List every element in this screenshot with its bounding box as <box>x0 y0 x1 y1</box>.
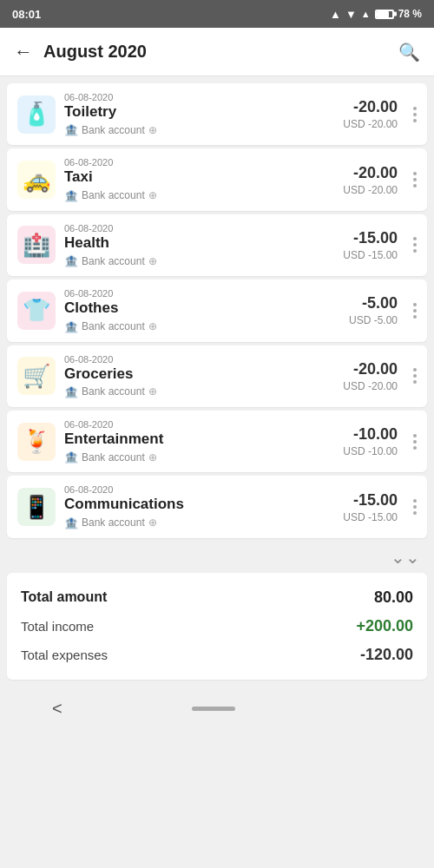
tx-right: -15.00 USD -15.00 <box>343 229 398 261</box>
tx-date: 06-08-2020 <box>64 484 334 495</box>
transaction-card[interactable]: 🏥 06-08-2020 Health 🏦 Bank account ⊕ -15… <box>7 214 427 276</box>
tx-menu-button[interactable] <box>410 365 420 387</box>
tx-info: 06-08-2020 Entertainment 🏦 Bank account … <box>64 419 334 464</box>
transfer-icon: ⊕ <box>148 451 157 464</box>
tx-usd: USD -20.00 <box>343 118 398 130</box>
tx-date: 06-08-2020 <box>64 419 334 430</box>
battery-icon <box>375 10 394 19</box>
signal-icon: ▼ <box>345 8 357 21</box>
tx-usd: USD -20.00 <box>343 380 398 392</box>
transaction-list: 🧴 06-08-2020 Toiletry 🏦 Bank account ⊕ -… <box>0 76 434 545</box>
menu-dot <box>413 119 417 122</box>
income-row: Total income +200.00 <box>21 612 413 641</box>
tx-right: -5.00 USD -5.00 <box>349 294 398 326</box>
menu-dot <box>413 446 417 450</box>
search-button[interactable]: 🔍 <box>398 42 420 62</box>
tx-amount: -15.00 <box>353 229 398 247</box>
back-button[interactable]: ← <box>14 41 33 63</box>
tx-usd: USD -5.00 <box>349 314 398 326</box>
tx-menu-button[interactable] <box>410 103 420 126</box>
tx-date: 06-08-2020 <box>64 92 334 102</box>
transaction-card[interactable]: 🍹 06-08-2020 Entertainment 🏦 Bank accoun… <box>7 411 427 472</box>
menu-dot <box>413 440 417 444</box>
tx-right: -20.00 USD -20.00 <box>343 98 398 130</box>
summary-section: Total amount 80.00 Total income +200.00 … <box>7 573 427 680</box>
transfer-icon: ⊕ <box>148 516 157 529</box>
tx-name: Toiletry <box>64 103 334 121</box>
tx-info: 06-08-2020 Toiletry 🏦 Bank account ⊕ <box>64 92 334 136</box>
bank-icon: 🏦 <box>64 385 78 398</box>
tx-usd: USD -15.00 <box>343 249 398 261</box>
tx-account: 🏦 Bank account ⊕ <box>64 516 334 529</box>
account-label: Bank account <box>82 451 145 464</box>
expand-area: ⌄⌄ <box>0 545 434 573</box>
nav-back-button[interactable]: < <box>52 699 62 719</box>
total-label: Total amount <box>21 589 107 605</box>
battery-label: 78 % <box>398 8 422 20</box>
menu-dot <box>413 107 417 110</box>
tx-menu-button[interactable] <box>410 168 420 191</box>
tx-right: -20.00 USD -20.00 <box>343 360 398 392</box>
tx-info: 06-08-2020 Clothes 🏦 Bank account ⊕ <box>64 288 340 332</box>
tx-icon: 🚕 <box>17 161 56 199</box>
tx-info: 06-08-2020 Taxi 🏦 Bank account ⊕ <box>64 157 334 201</box>
tx-icon: 📱 <box>17 488 56 526</box>
expense-row: Total expenses -120.00 <box>21 641 413 669</box>
bottom-nav: < <box>0 687 434 731</box>
tx-menu-button[interactable] <box>410 299 420 322</box>
menu-dot <box>413 249 417 253</box>
tx-name: Groceries <box>64 365 334 383</box>
chevron-down-icon[interactable]: ⌄⌄ <box>391 547 420 568</box>
transfer-icon: ⊕ <box>148 255 157 267</box>
transaction-card[interactable]: 👕 06-08-2020 Clothes 🏦 Bank account ⊕ -5… <box>7 279 427 341</box>
status-icons: ▲ ▼ ▲ 78 % <box>330 8 422 21</box>
tx-menu-button[interactable] <box>410 233 420 256</box>
tx-icon: 🏥 <box>17 226 56 264</box>
account-label: Bank account <box>82 189 145 201</box>
tx-amount: -20.00 <box>353 164 398 182</box>
tx-right: -20.00 USD -20.00 <box>343 164 398 196</box>
menu-dot <box>413 505 417 509</box>
transaction-card[interactable]: 📱 06-08-2020 Communications 🏦 Bank accou… <box>7 476 427 537</box>
tx-right: -15.00 USD -15.00 <box>343 491 398 523</box>
menu-dot <box>413 178 417 181</box>
tx-amount: -20.00 <box>353 360 398 378</box>
menu-dot <box>413 315 417 319</box>
bank-icon: 🏦 <box>64 450 78 464</box>
transaction-card[interactable]: 🛒 06-08-2020 Groceries 🏦 Bank account ⊕ … <box>7 345 427 407</box>
account-label: Bank account <box>82 320 145 332</box>
tx-menu-button[interactable] <box>410 496 420 518</box>
tx-icon: 🛒 <box>17 357 56 395</box>
menu-dot <box>413 309 417 312</box>
menu-dot <box>413 243 417 247</box>
tx-usd: USD -15.00 <box>343 511 398 523</box>
tx-date: 06-08-2020 <box>64 157 334 168</box>
header: ← August 2020 🔍 <box>0 28 434 76</box>
menu-dot <box>413 172 417 175</box>
network-icon: ▲ <box>361 9 371 19</box>
tx-name: Taxi <box>64 168 334 186</box>
status-time: 08:01 <box>12 8 41 21</box>
nav-handle <box>192 707 235 711</box>
bank-icon: 🏦 <box>64 123 78 136</box>
tx-icon: 🍹 <box>17 423 56 461</box>
menu-dot <box>413 434 417 437</box>
transaction-card[interactable]: 🧴 06-08-2020 Toiletry 🏦 Bank account ⊕ -… <box>7 83 427 145</box>
tx-menu-button[interactable] <box>410 431 420 453</box>
tx-amount: -15.00 <box>353 491 398 510</box>
bank-icon: 🏦 <box>64 189 78 202</box>
menu-dot <box>413 184 417 187</box>
tx-amount: -10.00 <box>353 425 398 444</box>
transfer-icon: ⊕ <box>148 385 157 398</box>
tx-date: 06-08-2020 <box>64 223 334 233</box>
tx-usd: USD -10.00 <box>343 445 398 457</box>
total-row: Total amount 80.00 <box>21 583 413 612</box>
menu-dot <box>413 380 417 384</box>
transaction-card[interactable]: 🚕 06-08-2020 Taxi 🏦 Bank account ⊕ -20.0… <box>7 148 427 210</box>
expense-value: -120.00 <box>360 646 413 664</box>
menu-dot <box>413 368 417 372</box>
tx-info: 06-08-2020 Groceries 🏦 Bank account ⊕ <box>64 354 334 398</box>
income-label: Total income <box>21 619 94 634</box>
tx-amount: -20.00 <box>353 98 398 116</box>
tx-icon: 👕 <box>17 292 56 330</box>
